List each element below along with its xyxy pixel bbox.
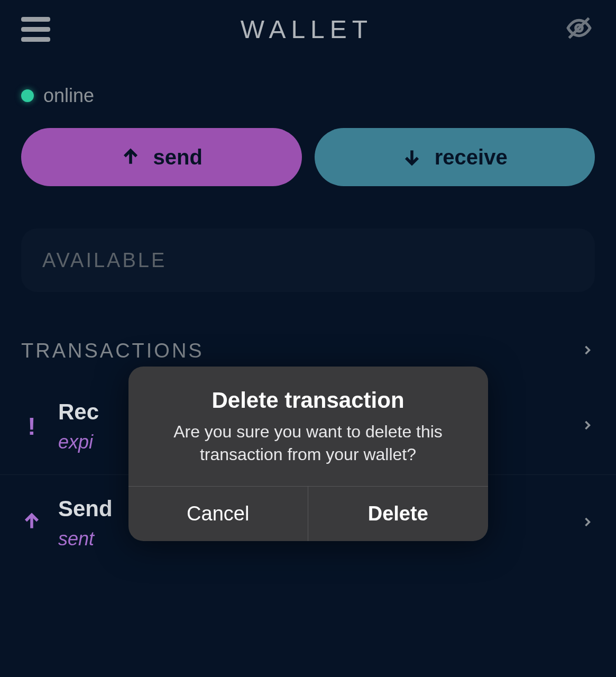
cancel-button[interactable]: Cancel <box>128 487 308 541</box>
modal-backdrop: Delete transaction Are you sure you want… <box>0 0 616 677</box>
modal-buttons: Cancel Delete <box>128 486 488 541</box>
delete-transaction-modal: Delete transaction Are you sure you want… <box>128 367 488 541</box>
modal-title: Delete transaction <box>155 388 462 413</box>
delete-button[interactable]: Delete <box>308 487 488 541</box>
modal-body: Delete transaction Are you sure you want… <box>128 367 488 486</box>
modal-message: Are you sure you want to delete this tra… <box>155 420 462 466</box>
